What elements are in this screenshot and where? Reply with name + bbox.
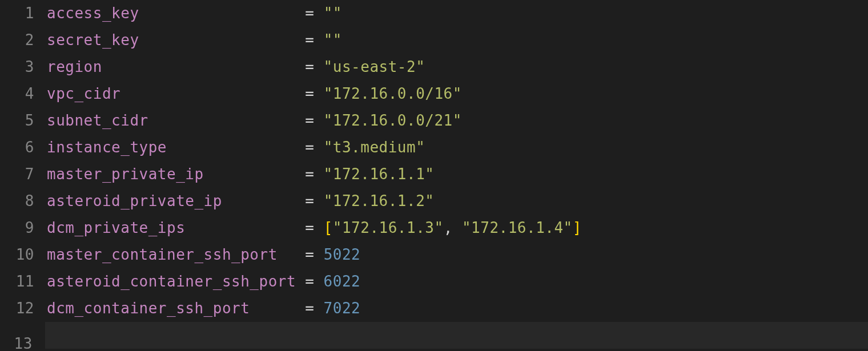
equals-token: = bbox=[305, 85, 323, 102]
variable-name-token: vpc_cidr bbox=[47, 85, 120, 102]
line-number: 5 bbox=[0, 107, 47, 134]
equals-token: = bbox=[305, 58, 323, 75]
code-line[interactable]: 4vpc_cidr = "172.16.0.0/16" bbox=[0, 80, 868, 107]
string-token: "172.16.1.2" bbox=[324, 192, 435, 209]
line-number: 2 bbox=[0, 27, 47, 54]
code-editor[interactable]: 1access_key = ""2secret_key = ""3region … bbox=[0, 0, 868, 349]
number-token: 7022 bbox=[324, 300, 361, 317]
line-number: 4 bbox=[0, 80, 47, 107]
line-number: 11 bbox=[0, 268, 47, 295]
line-content: region = "us-east-2" bbox=[47, 54, 425, 80]
equals-token: = bbox=[305, 5, 323, 22]
line-number: 8 bbox=[0, 188, 47, 215]
line-content: asteroid_container_ssh_port = 6022 bbox=[47, 268, 360, 295]
code-line[interactable]: 9dcm_private_ips = ["172.16.1.3", "172.1… bbox=[0, 215, 868, 241]
line-content: master_container_ssh_port = 5022 bbox=[47, 241, 360, 268]
code-line[interactable]: 2secret_key = "" bbox=[0, 27, 868, 54]
equals-token: = bbox=[305, 166, 323, 183]
equals-token: = bbox=[305, 139, 323, 156]
equals-token: = bbox=[305, 192, 323, 209]
line-number: 9 bbox=[0, 215, 47, 241]
string-token: "172.16.1.3" bbox=[333, 219, 444, 236]
number-token: 5022 bbox=[324, 246, 361, 263]
string-token: "172.16.1.1" bbox=[324, 166, 435, 183]
line-content: asteroid_private_ip = "172.16.1.2" bbox=[47, 188, 434, 215]
string-token: "" bbox=[324, 5, 342, 22]
line-content: access_key = "" bbox=[47, 0, 342, 27]
line-number: 7 bbox=[0, 161, 47, 188]
line-number: 1 bbox=[0, 0, 47, 27]
variable-name-token: instance_type bbox=[47, 139, 167, 156]
equals-token: = bbox=[305, 31, 323, 49]
string-token: "172.16.1.4" bbox=[462, 219, 573, 236]
variable-name-token: master_container_ssh_port bbox=[47, 246, 278, 263]
line-content bbox=[45, 322, 868, 349]
equals-token: = bbox=[305, 219, 323, 236]
code-line[interactable]: 3region = "us-east-2" bbox=[0, 54, 868, 80]
code-line[interactable]: 1access_key = "" bbox=[0, 0, 868, 27]
line-content: master_private_ip = "172.16.1.1" bbox=[47, 161, 434, 188]
string-token: "t3.medium" bbox=[324, 139, 425, 156]
code-line[interactable]: 7master_private_ip = "172.16.1.1" bbox=[0, 161, 868, 188]
line-number: 12 bbox=[0, 295, 47, 322]
string-token: "" bbox=[324, 31, 342, 49]
code-line[interactable]: 12dcm_container_ssh_port = 7022 bbox=[0, 295, 868, 322]
string-token: "us-east-2" bbox=[324, 58, 425, 75]
line-content: dcm_container_ssh_port = 7022 bbox=[47, 295, 360, 322]
close-bracket-token: ] bbox=[573, 219, 582, 236]
code-line[interactable]: 5subnet_cidr = "172.16.0.0/21" bbox=[0, 107, 868, 134]
code-line[interactable]: 8asteroid_private_ip = "172.16.1.2" bbox=[0, 188, 868, 215]
open-bracket-token: [ bbox=[324, 219, 333, 236]
equals-token: = bbox=[305, 246, 323, 263]
equals-token: = bbox=[305, 112, 323, 129]
variable-name-token: dcm_container_ssh_port bbox=[47, 300, 250, 317]
variable-name-token: master_private_ip bbox=[47, 166, 204, 183]
line-content: instance_type = "t3.medium" bbox=[47, 134, 425, 161]
line-content: secret_key = "" bbox=[47, 27, 342, 54]
comma-token: , bbox=[444, 219, 462, 236]
line-content: dcm_private_ips = ["172.16.1.3", "172.16… bbox=[47, 215, 582, 241]
code-line[interactable]: 13 bbox=[0, 322, 868, 349]
line-number: 6 bbox=[0, 134, 47, 161]
line-number: 13 bbox=[0, 330, 45, 351]
line-content: subnet_cidr = "172.16.0.0/21" bbox=[47, 107, 462, 134]
code-line[interactable]: 11asteroid_container_ssh_port = 6022 bbox=[0, 268, 868, 295]
variable-name-token: asteroid_container_ssh_port bbox=[47, 273, 296, 290]
code-line[interactable]: 10master_container_ssh_port = 5022 bbox=[0, 241, 868, 268]
variable-name-token: dcm_private_ips bbox=[47, 219, 185, 236]
line-number: 10 bbox=[0, 241, 47, 268]
line-content: vpc_cidr = "172.16.0.0/16" bbox=[47, 80, 462, 107]
variable-name-token: secret_key bbox=[47, 31, 139, 49]
equals-token: = bbox=[305, 300, 323, 317]
variable-name-token: access_key bbox=[47, 5, 139, 22]
equals-token: = bbox=[305, 273, 323, 290]
variable-name-token: asteroid_private_ip bbox=[47, 192, 222, 209]
string-token: "172.16.0.0/16" bbox=[324, 85, 462, 102]
variable-name-token: region bbox=[47, 58, 102, 75]
string-token: "172.16.0.0/21" bbox=[324, 112, 462, 129]
code-line[interactable]: 6instance_type = "t3.medium" bbox=[0, 134, 868, 161]
number-token: 6022 bbox=[324, 273, 361, 290]
line-number: 3 bbox=[0, 54, 47, 80]
variable-name-token: subnet_cidr bbox=[47, 112, 148, 129]
